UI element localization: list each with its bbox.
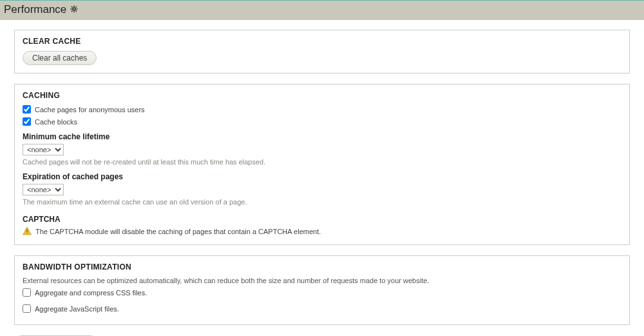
page-title: Performance [4, 3, 66, 16]
cache-pages-label: Cache pages for anonymous users [35, 106, 145, 114]
warning-icon [23, 226, 32, 237]
svg-line-8 [76, 6, 77, 8]
bandwidth-intro: External resources can be optimized auto… [23, 277, 621, 284]
caching-fieldset: CACHING Cache pages for anonymous users … [14, 84, 630, 245]
cache-blocks-checkbox[interactable] [23, 117, 31, 126]
min-lifetime-label: Minimum cache lifetime [23, 132, 621, 141]
svg-line-7 [71, 10, 73, 12]
svg-point-0 [73, 8, 75, 10]
min-lifetime-description: Cached pages will not be re-created unti… [23, 158, 621, 166]
expiration-description: The maximum time an external cache can u… [23, 198, 621, 206]
captcha-heading: CAPTCHA [23, 215, 621, 224]
gear-icon [70, 5, 78, 15]
clear-cache-heading: CLEAR CACHE [23, 37, 621, 46]
expiration-select[interactable]: <none> [23, 184, 64, 195]
clear-all-caches-button[interactable]: Clear all caches [23, 51, 97, 65]
aggregate-css-checkbox[interactable] [23, 288, 31, 297]
content-area: CLEAR CACHE Clear all caches CACHING Cac… [0, 20, 644, 336]
svg-rect-11 [26, 233, 27, 233]
bandwidth-fieldset: BANDWIDTH OPTIMIZATION External resource… [14, 255, 630, 325]
page-header: Performance [0, 0, 644, 20]
captcha-warning: The CAPTCHA module will disable the cach… [23, 226, 621, 237]
min-lifetime-select[interactable]: <none> [23, 144, 64, 155]
expiration-label: Expiration of cached pages [23, 172, 621, 181]
aggregate-css-label: Aggregate and compress CSS files. [35, 289, 147, 297]
clear-cache-fieldset: CLEAR CACHE Clear all caches [14, 30, 630, 74]
svg-rect-10 [26, 230, 27, 232]
caching-heading: CACHING [23, 91, 621, 100]
svg-line-5 [71, 6, 73, 8]
svg-line-6 [76, 10, 77, 12]
aggregate-js-checkbox[interactable] [23, 304, 31, 313]
aggregate-js-label: Aggregate JavaScript files. [35, 305, 119, 313]
cache-pages-checkbox[interactable] [23, 105, 31, 114]
bandwidth-heading: BANDWIDTH OPTIMIZATION [23, 262, 621, 272]
captcha-warning-text: The CAPTCHA module will disable the cach… [35, 228, 321, 235]
cache-blocks-label: Cache blocks [35, 118, 77, 126]
